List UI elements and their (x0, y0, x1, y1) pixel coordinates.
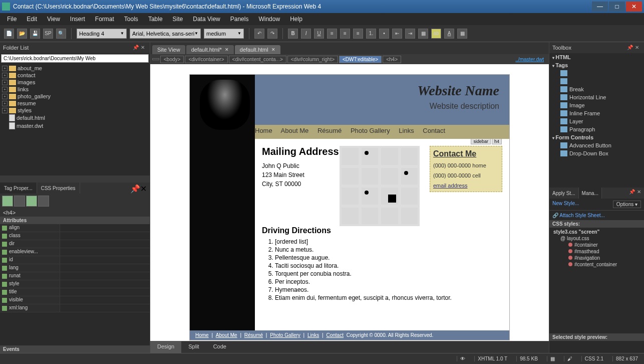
style-item[interactable]: style3.css "screen" (551, 229, 642, 235)
events-header[interactable]: Events (0, 345, 150, 353)
toolbox-item[interactable]: Drop-Down Box (549, 149, 644, 157)
tab-manage-styles[interactable]: Mana... (579, 188, 602, 199)
attr-row[interactable]: visible (0, 296, 150, 304)
tree-item[interactable]: +about_me (2, 65, 148, 72)
tab-site-view[interactable]: Site View (152, 45, 185, 54)
sp-icon[interactable]: SP (43, 29, 53, 39)
sidebar-tag-label[interactable]: sidebar (471, 139, 491, 144)
new-icon[interactable]: 📄 (4, 29, 14, 39)
attr-row[interactable]: align (0, 224, 150, 232)
toolbox-section[interactable]: HTML (549, 53, 644, 61)
toolbox-item[interactable]: Paragraph (549, 125, 644, 133)
split-tab[interactable]: Split (181, 341, 206, 353)
style-item[interactable]: #masthead (551, 248, 642, 255)
toolbox-item[interactable] (549, 77, 644, 85)
list-item[interactable]: Hymenaeos. (275, 286, 502, 293)
bc-content[interactable]: <div#content_conta...> (229, 56, 286, 63)
attr-row[interactable]: title (0, 288, 150, 296)
footer-contact[interactable]: Contact (326, 332, 343, 338)
list-item[interactable]: Torquent per conubia nostra. (275, 270, 502, 277)
underline-icon[interactable]: U (314, 29, 324, 39)
redo-icon[interactable]: ↷ (267, 29, 277, 39)
folder-path[interactable]: C:\Users\rick.bodnar\Documents\My Web (1, 54, 149, 63)
bc-column[interactable]: <div#column_right> (287, 56, 338, 63)
tree-item[interactable]: +images (2, 79, 148, 86)
nav-about[interactable]: About Me (281, 127, 309, 134)
scrollbar-horizontal[interactable] (0, 175, 150, 183)
close-panel-icon[interactable]: ✕ (140, 185, 147, 193)
nav-links[interactable]: Links (399, 127, 414, 134)
status-css-version[interactable]: CSS 2.1 (581, 356, 606, 361)
alphabetical-icon[interactable] (14, 196, 25, 207)
tab-apply-styles[interactable]: Apply St... (549, 188, 579, 199)
style-item[interactable]: #content_container (551, 261, 642, 268)
sidebar-phone-home[interactable]: (000) 000-0000 home (433, 162, 499, 168)
bc-container[interactable]: <div#container> (185, 56, 227, 63)
borders-icon[interactable]: ▦ (418, 29, 428, 39)
close-tab-icon[interactable]: ✕ (225, 47, 229, 52)
menu-insert[interactable]: Insert (66, 14, 89, 24)
events-icon[interactable] (38, 196, 49, 207)
bc-dwt[interactable]: <DWT:editable> (339, 56, 382, 63)
attributes-header[interactable]: Attributes (0, 217, 150, 224)
table-icon[interactable]: ▦ (457, 29, 467, 39)
sidebar-title[interactable]: Contact Me (433, 149, 499, 158)
list-item[interactable]: Per inceptos. (275, 278, 502, 285)
footer-gallery[interactable]: Photo Gallery (270, 332, 300, 338)
attr-row[interactable]: runat (0, 272, 150, 280)
preview-icon[interactable]: 🔍 (56, 29, 66, 39)
footer-links[interactable]: Links (307, 332, 319, 338)
tree-item[interactable]: +styles (2, 107, 148, 114)
design-surface[interactable]: Website Name Website description Home Ab… (150, 64, 549, 341)
tree-item[interactable]: +contact (2, 72, 148, 79)
tree-item[interactable]: +resume (2, 100, 148, 107)
attach-stylesheet-link[interactable]: 🔗 Attach Style Sheet... (549, 211, 644, 220)
tree-item[interactable]: +photo_gallery (2, 93, 148, 100)
font-select[interactable]: Arial, Helvetica, sans-seri▼ (130, 29, 201, 39)
undo-icon[interactable]: ↶ (254, 29, 264, 39)
attr-row[interactable]: id (0, 256, 150, 264)
tree-item[interactable]: +links (2, 86, 148, 93)
list-item[interactable]: Taciti sociosqu ad litora. (275, 262, 502, 269)
nav-resume[interactable]: Résumé (317, 127, 342, 134)
attr-row[interactable]: xml:lang (0, 304, 150, 312)
tab-default-html-1[interactable]: default.html*✕ (186, 45, 234, 54)
open-icon[interactable]: 📂 (17, 29, 27, 39)
categorized-icon[interactable] (2, 196, 13, 207)
dwt-link[interactable]: ../master.dwt (515, 57, 547, 62)
toolbox-section[interactable]: Form Controls (549, 133, 644, 141)
attributes-grid[interactable]: alignclassdirenableview...idlangrunatsty… (0, 224, 150, 345)
toolbox-item[interactable]: Layer (549, 117, 644, 125)
close-button[interactable]: ✕ (626, 2, 642, 12)
list-item[interactable]: [ordered list] (275, 238, 502, 245)
save-icon[interactable]: 💾 (30, 29, 40, 39)
toolbox-item[interactable]: Advanced Button (549, 141, 644, 149)
bc-body[interactable]: <body> (160, 56, 184, 63)
close-panel-icon[interactable]: ✕ (637, 189, 641, 197)
font-color-icon[interactable]: A (444, 29, 454, 39)
nav-home[interactable]: Home (255, 127, 272, 134)
menu-site[interactable]: Site (169, 14, 187, 24)
align-center-icon[interactable]: ≡ (340, 29, 350, 39)
style-item[interactable]: @ layout.css (551, 235, 642, 242)
italic-icon[interactable]: I (301, 29, 311, 39)
menu-edit[interactable]: Edit (23, 14, 41, 24)
menu-dataview[interactable]: Data View (189, 14, 224, 24)
toolbox-item[interactable]: Image (549, 101, 644, 109)
nav-gallery[interactable]: Photo Gallery (351, 127, 390, 134)
footer-resume[interactable]: Résumé (244, 332, 263, 338)
list-ol-icon[interactable]: 1. (366, 29, 376, 39)
status-paint-icon[interactable]: 🖌 (564, 356, 575, 361)
css-styles-tree[interactable]: style3.css "screen"@ layout.css#containe… (549, 228, 644, 333)
list-ul-icon[interactable]: • (379, 29, 389, 39)
list-item[interactable]: Pellentesque augue. (275, 254, 502, 261)
tab-default-html-2[interactable]: default.html✕ (235, 45, 280, 54)
tab-tag-properties[interactable]: Tag Proper... (0, 183, 37, 194)
options-button[interactable]: Options ▾ (613, 201, 641, 208)
size-select[interactable]: medium▼ (204, 29, 244, 39)
driving-directions-heading[interactable]: Driving Directions (262, 226, 502, 235)
status-mode-icon[interactable]: ▦ (547, 356, 558, 361)
menu-view[interactable]: View (43, 14, 64, 24)
bold-icon[interactable]: B (288, 29, 298, 39)
tab-css-properties[interactable]: CSS Properties (37, 183, 80, 194)
